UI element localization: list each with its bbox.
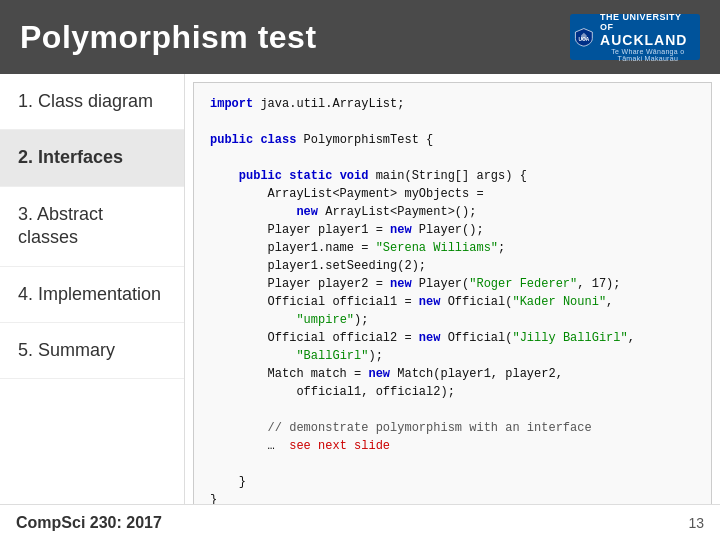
code-line-17: official1, official2); <box>210 383 695 401</box>
code-line-4 <box>210 149 695 167</box>
sidebar: 1. Class diagram 2. Interfaces 3. Abstra… <box>0 74 185 534</box>
code-line-15: "BallGirl"); <box>210 347 695 365</box>
sidebar-item-interfaces[interactable]: 2. Interfaces <box>0 130 184 186</box>
code-line-13: "umpire"); <box>210 311 695 329</box>
code-line-3: public class PolymorphismTest { <box>210 131 695 149</box>
code-line-5: public static void main(String[] args) { <box>210 167 695 185</box>
logo-line3: Te Whare Wānanga o Tāmaki Makaurau <box>600 48 696 62</box>
code-line-14: Official official2 = new Official("Jilly… <box>210 329 695 347</box>
code-line-8: Player player1 = new Player(); <box>210 221 695 239</box>
footer: CompSci 230: 2017 13 <box>0 504 720 540</box>
code-line-20: … see next slide <box>210 437 695 455</box>
main-content: 1. Class diagram 2. Interfaces 3. Abstra… <box>0 74 720 534</box>
code-line-7: new ArrayList<Payment>(); <box>210 203 695 221</box>
code-line-2 <box>210 113 695 131</box>
sidebar-item-summary[interactable]: 5. Summary <box>0 323 184 379</box>
code-line-6: ArrayList<Payment> myObjects = <box>210 185 695 203</box>
code-line-1: import java.util.ArrayList; <box>210 95 695 113</box>
sidebar-item-abstract-classes[interactable]: 3. Abstract classes <box>0 187 184 267</box>
code-panel: import java.util.ArrayList; public class… <box>193 82 712 526</box>
logo-line1: THE UNIVERSITY OF <box>600 12 696 32</box>
header: Polymorphism test UOA THE UNIVERSITY OF … <box>0 0 720 74</box>
shield-icon: UOA <box>574 23 594 51</box>
course-label: CompSci 230: 2017 <box>16 514 162 532</box>
code-line-18 <box>210 401 695 419</box>
code-line-21 <box>210 455 695 473</box>
code-line-16: Match match = new Match(player1, player2… <box>210 365 695 383</box>
code-line-19: // demonstrate polymorphism with an inte… <box>210 419 695 437</box>
page-title: Polymorphism test <box>20 19 317 56</box>
page-number: 13 <box>688 515 704 531</box>
university-logo: UOA THE UNIVERSITY OF AUCKLAND Te Whare … <box>570 14 700 60</box>
svg-text:UOA: UOA <box>579 37 590 42</box>
code-line-10: player1.setSeeding(2); <box>210 257 695 275</box>
logo-line2: AUCKLAND <box>600 32 696 48</box>
code-line-11: Player player2 = new Player("Roger Feder… <box>210 275 695 293</box>
sidebar-item-class-diagram[interactable]: 1. Class diagram <box>0 74 184 130</box>
code-line-9: player1.name = "Serena Williams"; <box>210 239 695 257</box>
sidebar-item-implementation[interactable]: 4. Implementation <box>0 267 184 323</box>
code-line-22: } <box>210 473 695 491</box>
code-line-12: Official official1 = new Official("Kader… <box>210 293 695 311</box>
